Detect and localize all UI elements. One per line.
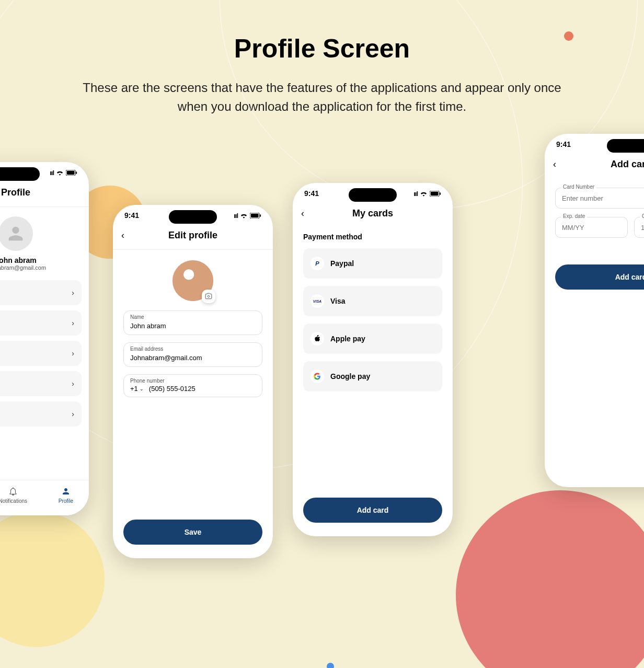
battery-icon	[66, 170, 77, 176]
chevron-right-icon: ›	[72, 379, 74, 388]
chevron-right-icon: ›	[72, 289, 74, 297]
payment-label: Apple pay	[330, 335, 365, 343]
email-input[interactable]	[130, 354, 256, 362]
add-card-submit-button[interactable]: Add card	[555, 264, 644, 290]
apple-icon	[310, 332, 324, 345]
payment-label: Google pay	[330, 372, 370, 381]
screen-title: My cards	[352, 208, 393, 219]
phone-edit-profile: 9:41 ııl ‹ Edit profile Name Email addre…	[113, 205, 273, 558]
bottom-nav: on Notifications Profile	[0, 480, 89, 515]
google-icon	[310, 370, 324, 383]
battery-icon	[430, 191, 441, 197]
status-time: 9:41	[556, 140, 571, 148]
phone-profile: 9:41 ııl Profile John abram Johnabram@gm…	[0, 162, 89, 515]
screen-title: Add card	[611, 159, 644, 170]
camera-icon	[205, 293, 212, 300]
notch	[0, 167, 40, 181]
person-icon	[5, 223, 26, 244]
battery-icon	[250, 213, 261, 218]
cvv-label: CVV	[640, 213, 644, 219]
decorative-dot-blue	[327, 663, 334, 668]
exp-date-label: Exp. date	[561, 213, 587, 219]
back-button[interactable]: ‹	[553, 159, 556, 170]
country-code-value: +1	[130, 385, 138, 393]
chevron-down-icon: ⌄	[140, 386, 144, 391]
chevron-right-icon: ›	[72, 410, 74, 418]
exp-date-field[interactable]: Exp. date	[555, 217, 628, 238]
payment-method-label: Payment method	[293, 227, 453, 248]
nav-label: Notifications	[0, 498, 27, 504]
payment-item-paypal[interactable]: P Paypal	[303, 248, 442, 279]
cvv-field[interactable]: CVV	[634, 217, 644, 238]
card-number-input[interactable]	[562, 194, 644, 202]
nav-item-notifications[interactable]: Notifications	[0, 487, 27, 504]
save-button[interactable]: Save	[123, 520, 262, 545]
payment-label: Visa	[330, 297, 346, 305]
phone-input[interactable]	[149, 385, 256, 393]
back-button[interactable]: ‹	[301, 208, 304, 219]
profile-name: John abram	[0, 256, 89, 264]
exp-date-input[interactable]	[562, 224, 621, 232]
add-card-button[interactable]: Add card	[303, 498, 442, 523]
wifi-icon	[420, 190, 428, 197]
payment-label: Paypal	[330, 259, 354, 268]
menu-item[interactable]: ›	[0, 280, 82, 305]
chevron-right-icon: ›	[72, 319, 74, 327]
menu-item[interactable]: tions›	[0, 341, 82, 366]
svg-rect-2	[76, 171, 77, 174]
decorative-circle-yellow	[0, 511, 105, 647]
bell-icon	[8, 487, 18, 496]
nav-item-profile[interactable]: Profile	[59, 487, 73, 504]
decorative-circle-pink	[456, 490, 644, 668]
phone-field[interactable]: Phone number +1⌄	[123, 374, 262, 397]
phone-add-card: 9:41 ııl ‹ Add card Card Number Exp. dat…	[545, 134, 644, 487]
status-icons: ııl	[413, 190, 441, 198]
signal-icon: ııl	[413, 190, 418, 198]
menu-item[interactable]: ›	[0, 310, 82, 336]
notch	[607, 139, 644, 153]
email-label: Email address	[130, 346, 256, 352]
svg-rect-1	[67, 170, 75, 174]
nav-label: Profile	[59, 498, 73, 504]
payment-list: P Paypal VISA Visa Apple pay Google pay	[293, 248, 453, 391]
payment-item-applepay[interactable]: Apple pay	[303, 324, 442, 354]
name-field[interactable]: Name	[123, 310, 262, 335]
phone-label: Phone number	[130, 378, 256, 384]
status-icons: ııl	[234, 212, 261, 220]
avatar-photo[interactable]	[172, 260, 213, 301]
visa-icon: VISA	[310, 294, 324, 308]
avatar-placeholder[interactable]	[0, 216, 33, 251]
paypal-icon: P	[310, 257, 324, 270]
phone-my-cards: 9:41 ııl ‹ My cards Payment method P Pay…	[293, 183, 453, 536]
chevron-right-icon: ›	[72, 349, 74, 358]
card-number-field[interactable]: Card Number	[555, 188, 644, 209]
wifi-icon	[56, 169, 64, 176]
screen-title: Edit profile	[168, 230, 217, 241]
status-time: 9:41	[124, 211, 139, 220]
signal-icon: ııl	[234, 212, 238, 220]
country-code-selector[interactable]: +1⌄	[130, 385, 144, 393]
payment-item-googlepay[interactable]: Google pay	[303, 361, 442, 391]
notch	[169, 210, 217, 224]
email-field[interactable]: Email address	[123, 342, 262, 367]
signal-icon: ııl	[50, 169, 54, 177]
svg-rect-8	[431, 191, 439, 195]
name-input[interactable]	[130, 322, 256, 330]
notch	[349, 188, 397, 202]
card-number-label: Card Number	[561, 184, 596, 190]
menu-item[interactable]: ›	[0, 401, 82, 427]
cvv-input[interactable]	[641, 224, 644, 232]
screen-title: Profile	[1, 187, 30, 198]
wifi-icon	[240, 212, 248, 218]
menu-item[interactable]: ›	[0, 371, 82, 396]
profile-email: Johnabram@gmail.com	[0, 264, 89, 271]
person-icon	[61, 487, 71, 496]
name-label: Name	[130, 314, 256, 320]
back-button[interactable]: ‹	[121, 230, 124, 241]
profile-menu: › › tions› › ›	[0, 275, 89, 432]
payment-item-visa[interactable]: VISA Visa	[303, 286, 442, 316]
camera-badge[interactable]	[202, 290, 215, 303]
status-icons: ııl	[50, 169, 77, 177]
svg-rect-9	[440, 192, 441, 195]
status-time: 9:41	[304, 189, 319, 198]
